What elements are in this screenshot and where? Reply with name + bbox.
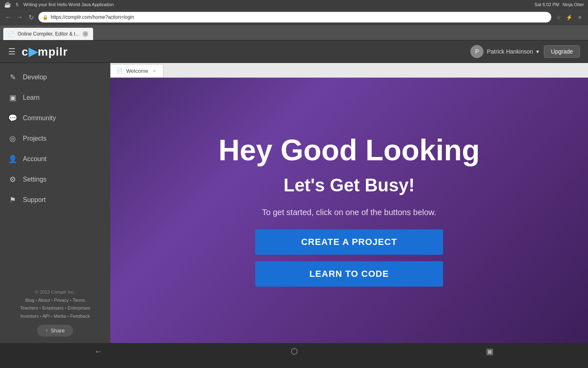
community-icon: 💬 (8, 114, 17, 123)
extensions-icon[interactable]: ⚡ (565, 13, 573, 21)
lock-icon: 🔒 (42, 15, 48, 20)
address-bar[interactable]: 🔒 https://compilr.com/home?action=login (38, 12, 551, 22)
app-logo: c▶mpilr (22, 45, 68, 58)
os-tab-number: 5 (16, 2, 18, 7)
develop-icon: ✎ (8, 73, 17, 82)
welcome-description: To get started, click on one of the butt… (262, 208, 437, 217)
browser-icons: ☆ ⚡ ≡ (555, 13, 584, 21)
sidebar-item-community[interactable]: 💬 Community (0, 108, 110, 128)
footer-link-terms[interactable]: Terms (73, 298, 85, 303)
sidebar-item-settings[interactable]: ⚙ Settings (0, 169, 110, 190)
menu-icon[interactable]: ≡ (576, 13, 584, 21)
copyright-text: © 2013 Compilr Inc. (5, 288, 105, 296)
sidebar-item-label: Account (23, 155, 47, 163)
sidebar-item-label: Develop (23, 74, 47, 81)
create-project-button[interactable]: CREATE A PROJECT (255, 229, 443, 255)
footer-links-3: Investors • API • Media • Feedback (5, 312, 105, 321)
welcome-tab-close[interactable]: × (151, 68, 157, 74)
os-user: Ninja Otter (562, 2, 584, 7)
avatar-initials: P (475, 48, 479, 55)
os-title-bar: ☕ 5 Writing your first Hello World Java … (0, 0, 588, 9)
learn-icon: ▣ (8, 93, 17, 102)
app-container: ☰ c▶mpilr P Patrick Hankinson ▾ Upgrade … (0, 40, 588, 343)
chevron-down-icon: ▾ (536, 48, 539, 55)
footer-link-feedback[interactable]: Feedback (70, 314, 90, 319)
upgrade-button[interactable]: Upgrade (544, 45, 580, 58)
sidebar-item-support[interactable]: ⚑ Support (0, 190, 110, 210)
bottom-nav: ← ⬡ ▣ (0, 343, 588, 359)
sidebar-item-label: Community (23, 114, 56, 122)
sidebar-item-develop[interactable]: ✎ Develop (0, 67, 110, 88)
sidebar-item-label: Support (23, 196, 46, 204)
os-time: Sat 6:02 PM (535, 2, 559, 7)
java-icon: ☕ (4, 1, 11, 8)
footer-link-media[interactable]: Media (54, 314, 66, 319)
os-title-text: Writing your first Hello World Java Appl… (23, 2, 114, 7)
home-nav-button[interactable]: ⬡ (291, 346, 298, 356)
welcome-subheadline: Let's Get Busy! (284, 175, 415, 195)
sidebar-item-label: Settings (23, 176, 47, 183)
footer-link-employers[interactable]: Employers (42, 305, 64, 310)
app-header: ☰ c▶mpilr P Patrick Hankinson ▾ Upgrade (0, 40, 588, 63)
header-left: ☰ c▶mpilr (8, 45, 68, 58)
url-text: https://compilr.com/home?action=login (51, 14, 134, 20)
browser-chrome: ← → ↻ 🔒 https://compilr.com/home?action=… (0, 9, 588, 40)
browser-tab-bar: 📄 Online Compiler, Editor & I... × (0, 25, 588, 40)
content-area: 📄 Welcome × Hey Good Looking Let's Get B… (110, 63, 588, 343)
sidebar-item-label: Projects (23, 135, 47, 142)
footer-link-blog[interactable]: Blog (25, 298, 34, 303)
sidebar-nav: ✎ Develop ▣ Learn 💬 Community ◎ Projects… (0, 67, 110, 282)
os-bar-right: Sat 6:02 PM Ninja Otter (535, 2, 584, 7)
sidebar-item-label: Learn (23, 94, 40, 101)
account-icon: 👤 (8, 155, 17, 164)
header-right: P Patrick Hankinson ▾ Upgrade (470, 45, 580, 58)
browser-tab-close[interactable]: × (82, 31, 88, 37)
sidebar-item-projects[interactable]: ◎ Projects (0, 128, 110, 149)
welcome-buttons: CREATE A PROJECT LEARN TO CODE (255, 229, 443, 287)
sidebar-footer: © 2013 Compilr Inc. Blog • About • Priva… (0, 282, 110, 343)
recents-nav-button[interactable]: ▣ (486, 346, 494, 356)
browser-tab-label: Online Compiler, Editor & I... (18, 31, 79, 37)
welcome-headline: Hey Good Looking (218, 134, 480, 166)
tab-favicon: 📄 (8, 31, 14, 37)
share-icon: ↑ (45, 328, 48, 334)
support-icon: ⚑ (8, 195, 17, 204)
footer-link-teachers[interactable]: Teachers (20, 305, 38, 310)
welcome-tab-label: Welcome (126, 68, 148, 74)
refresh-button[interactable]: ↻ (27, 13, 35, 21)
browser-tab[interactable]: 📄 Online Compiler, Editor & I... × (3, 28, 93, 40)
footer-links: Blog • About • Privacy • Terms (5, 296, 105, 305)
footer-links-2: Teachers • Employers • Enterprises (5, 304, 105, 312)
avatar: P (470, 45, 483, 58)
tab-doc-icon: 📄 (116, 68, 123, 74)
footer-link-privacy[interactable]: Privacy (54, 298, 69, 303)
footer-link-api[interactable]: API (42, 314, 50, 319)
settings-icon: ⚙ (8, 175, 17, 184)
user-info[interactable]: P Patrick Hankinson ▾ (470, 45, 539, 58)
sidebar-item-learn[interactable]: ▣ Learn (0, 88, 110, 108)
os-bar-left: ☕ 5 Writing your first Hello World Java … (4, 1, 114, 8)
share-button[interactable]: ↑ Share (37, 325, 73, 337)
sidebar: ✎ Develop ▣ Learn 💬 Community ◎ Projects… (0, 63, 110, 343)
footer-link-about[interactable]: About (38, 298, 50, 303)
sidebar-item-account[interactable]: 👤 Account (0, 149, 110, 169)
logo-icon: ▶ (29, 45, 38, 58)
footer-link-enterprises[interactable]: Enterprises (67, 305, 90, 310)
welcome-tab[interactable]: 📄 Welcome × (110, 64, 163, 77)
back-nav-button[interactable]: ← (94, 347, 102, 356)
user-name: Patrick Hankinson (487, 48, 533, 55)
projects-icon: ◎ (8, 134, 17, 143)
browser-toolbar: ← → ↻ 🔒 https://compilr.com/home?action=… (0, 9, 588, 25)
welcome-page: Hey Good Looking Let's Get Busy! To get … (110, 78, 588, 343)
main-layout: ✎ Develop ▣ Learn 💬 Community ◎ Projects… (0, 63, 588, 343)
footer-link-investors[interactable]: Investors (20, 314, 39, 319)
forward-button[interactable]: → (16, 13, 24, 21)
share-label: Share (51, 328, 65, 334)
hamburger-button[interactable]: ☰ (8, 47, 16, 56)
star-icon[interactable]: ☆ (555, 13, 563, 21)
learn-to-code-button[interactable]: LEARN TO CODE (255, 261, 443, 287)
content-tabs: 📄 Welcome × (110, 63, 588, 78)
back-button[interactable]: ← (4, 13, 12, 21)
